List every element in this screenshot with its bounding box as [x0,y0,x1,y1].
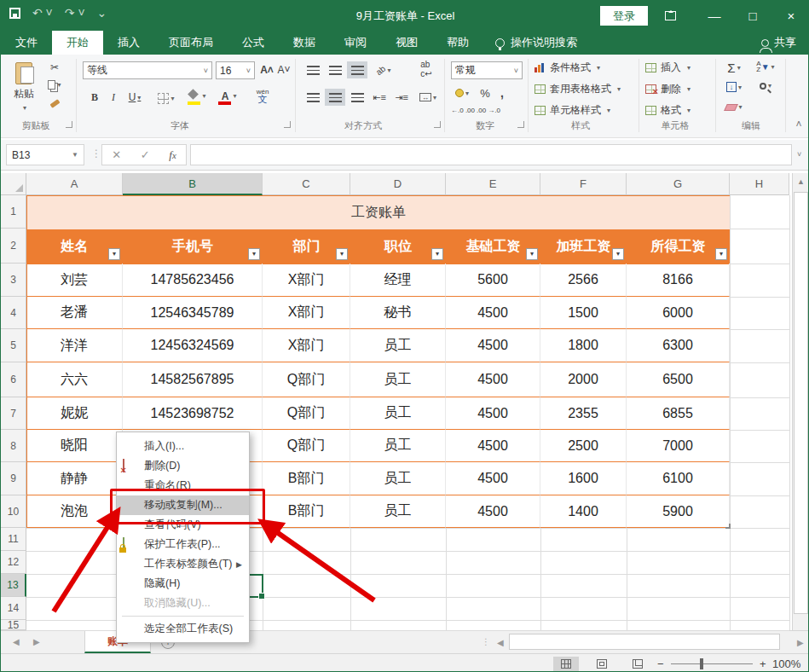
format-as-table-button[interactable]: 套用表格格式▾ [535,82,647,96]
table-cell[interactable]: 秘书 [350,297,446,329]
table-cell[interactable]: 2000 [540,362,627,397]
table-cell[interactable]: 6855 [627,397,730,430]
name-box-dropdown-icon[interactable]: ▼ [72,151,78,159]
column-header-E[interactable]: E [446,173,540,195]
table-cell[interactable]: 4500 [446,297,540,329]
copy-button[interactable]: ▾ [45,77,64,92]
align-left-button[interactable] [303,89,323,106]
table-cell[interactable]: X部门 [263,264,350,297]
row-header-14[interactable]: 14 [1,597,26,620]
ribbon-tab-文件[interactable]: 文件 [1,31,52,55]
increase-decimal-button[interactable]: ←.0 .00 [451,104,475,116]
column-header-A[interactable]: A [26,173,123,195]
row-header-9[interactable]: 9 [1,462,26,495]
font-dialog-launcher-icon[interactable] [284,121,291,128]
orientation-button[interactable]: ab▾ [371,61,396,78]
table-cell[interactable]: Q部门 [263,430,350,462]
tell-me-search[interactable]: 操作说明搜索 [495,31,577,55]
minimize-button[interactable]: — [696,1,733,31]
vertical-scroll-thumb[interactable] [794,192,808,614]
zoom-out-icon[interactable]: − [657,658,664,670]
cut-button[interactable]: ✂ [45,60,64,75]
table-cell[interactable]: 4500 [446,430,540,462]
italic-button[interactable]: I [105,89,122,106]
table-cell[interactable]: 静静 [26,462,123,495]
borders-button[interactable]: ▾ [154,90,178,106]
row-header-8[interactable]: 8 [1,430,26,462]
menu-item-插入(I)...[interactable]: 插入(I)... [117,437,249,456]
table-cell[interactable]: 2500 [540,430,627,462]
table-cell[interactable]: 泡泡 [26,495,123,528]
zoom-level[interactable]: 100% [772,658,800,670]
table-cell[interactable]: 12546345789 [123,297,263,329]
table-cell[interactable]: 员工 [350,430,446,462]
filter-dropdown-icon[interactable]: ▾ [526,248,538,260]
bottom-align-button[interactable] [347,61,367,78]
increase-font-button[interactable]: A˄ [258,61,275,78]
sign-in-button[interactable]: 登录 [600,6,648,26]
ribbon-tab-插入[interactable]: 插入 [103,31,154,55]
column-header-B[interactable]: B [123,173,263,195]
autosum-button[interactable]: Σ▾ [721,61,747,75]
formula-input[interactable] [190,144,792,165]
horizontal-scroll-thumb[interactable] [509,634,780,650]
conditional-formatting-button[interactable]: 条件格式▾ [535,61,633,75]
table-cell[interactable]: 8166 [627,264,730,297]
page-layout-view-button[interactable] [589,657,615,671]
font-color-button[interactable]: A▾ [216,87,240,104]
sort-filter-button[interactable]: AZ▼▾ [751,61,780,72]
decrease-decimal-button[interactable]: .00 →.0 [477,104,500,116]
ribbon-tab-视图[interactable]: 视图 [381,31,432,55]
next-sheet-icon[interactable]: ▶ [33,637,40,646]
table-cell[interactable]: 晓阳 [26,430,123,462]
table-cell[interactable]: 14523698752 [123,397,263,430]
format-painter-button[interactable] [45,96,64,111]
ribbon-tab-页面布局[interactable]: 页面布局 [154,31,228,55]
enter-icon[interactable]: ✓ [141,148,150,161]
table-cell[interactable]: 6000 [627,297,730,329]
tab-splitter-icon[interactable]: ⋮ [482,637,490,646]
format-cells-button[interactable]: 格式▾ [645,103,708,118]
expand-formula-bar-icon[interactable]: ˅ [797,150,801,159]
select-all-corner[interactable] [1,173,26,195]
table-cell[interactable]: 经理 [350,264,446,297]
name-box[interactable]: B13 ▼ [6,144,84,165]
ribbon-tab-数据[interactable]: 数据 [279,31,330,55]
middle-align-button[interactable] [325,61,345,78]
table-cell[interactable]: 1400 [540,495,627,528]
insert-cells-button[interactable]: 插入▾ [645,61,708,75]
font-size-combo[interactable]: 16˅ [216,61,255,79]
prev-sheet-icon[interactable]: ◀ [13,637,20,646]
align-center-button[interactable] [325,89,345,106]
table-cell[interactable]: 4500 [446,362,540,397]
table-cell[interactable]: 14785623456 [123,264,263,297]
table-cell[interactable]: 4500 [446,495,540,528]
table-cell[interactable]: 5900 [627,495,730,528]
ribbon-tab-开始[interactable]: 开始 [52,31,103,55]
filter-dropdown-icon[interactable]: ▾ [336,248,348,260]
table-cell[interactable]: 六六 [26,362,123,397]
row-header-7[interactable]: 7 [1,397,26,430]
scroll-right-icon[interactable]: ▶ [797,638,804,647]
menu-item-选定全部工作表(S)[interactable]: 选定全部工作表(S) [117,619,249,639]
ribbon-display-options-button[interactable] [651,1,689,31]
row-header-4[interactable]: 4 [1,297,26,329]
filter-dropdown-icon[interactable]: ▾ [715,248,727,260]
column-header-H[interactable]: H [730,173,789,195]
comma-style-button[interactable]: , [495,85,509,101]
ribbon-tab-帮助[interactable]: 帮助 [432,31,483,55]
row-header-2[interactable]: 2 [1,229,26,264]
filter-dropdown-icon[interactable]: ▾ [431,248,443,260]
zoom-in-icon[interactable]: + [760,658,766,670]
paste-button[interactable]: 粘贴 ▾ [8,61,40,113]
alignment-dialog-launcher-icon[interactable] [434,121,441,128]
menu-item-工作表标签颜色(T)[interactable]: 工作表标签颜色(T)▶ [117,554,249,574]
ribbon-tab-公式[interactable]: 公式 [228,31,279,55]
table-cell[interactable]: 员工 [350,362,446,397]
filter-dropdown-icon[interactable]: ▾ [248,248,260,260]
table-cell[interactable]: 妮妮 [26,397,123,430]
menu-item-取消隐藏(U)...[interactable]: 取消隐藏(U)... [117,594,249,613]
font-name-combo[interactable]: 等线˅ [83,61,212,79]
filter-dropdown-icon[interactable]: ▾ [612,248,624,260]
table-cell[interactable]: 5600 [446,264,540,297]
